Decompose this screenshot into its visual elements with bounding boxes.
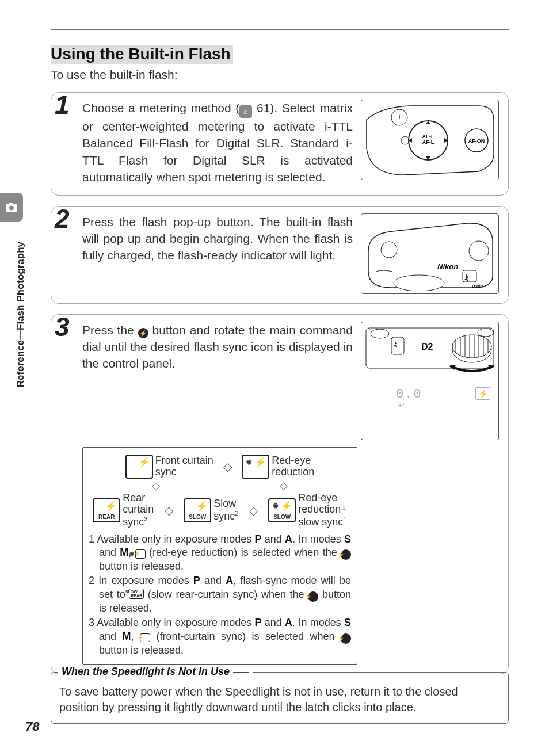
- camera-icon: [5, 202, 18, 212]
- top-rule: [51, 29, 509, 30]
- svg-point-9: [394, 275, 444, 291]
- svg-point-17: [452, 335, 491, 358]
- step-2: 2 Press the flash pop-up button. The bui…: [51, 206, 509, 304]
- camera-top-illustration: AE-L AF-L AF-ON +: [361, 100, 499, 180]
- page-number: 78: [25, 719, 39, 734]
- step-1-text-a: Choose a metering method (: [82, 101, 239, 114]
- lcd-flash-icon: ⚡: [475, 387, 490, 400]
- mode-red-eye-slow: ◉⚡SLOW Red-eye reduction+ slow sync1: [268, 492, 347, 528]
- step-3-text-a: Press the: [82, 323, 138, 337]
- step-3: 3 Press the ⚡ button and rotate the main…: [51, 314, 509, 674]
- mode-red-eye: ◉⚡ Red-eye reduction: [242, 455, 314, 479]
- section-title: Using the Built-in Flash: [51, 45, 233, 64]
- svg-point-14: [371, 329, 389, 338]
- svg-point-2: [9, 206, 14, 211]
- lcd-panel: 0.0 +/- ⚡: [361, 379, 499, 440]
- arrow-icon: ◇: [223, 460, 232, 474]
- step-1-text: Choose a metering method (⌕ 61). Select …: [82, 100, 353, 186]
- slow-sync-label: Slow sync2: [214, 498, 238, 522]
- arrow-down-icon: ◇: [280, 482, 288, 490]
- sidebar-section-label: Reference—Flash Photography: [15, 242, 26, 387]
- camera-dial-svg: D2: [364, 323, 496, 377]
- lcd-sub: +/-: [398, 402, 422, 408]
- step-3-text: Press the ⚡ button and rotate the main c…: [82, 322, 353, 372]
- step-1: 1 Choose a metering method (⌕ 61). Selec…: [51, 92, 509, 196]
- brand-label: Nikon: [437, 262, 458, 271]
- footnote-3: 3 Available only in exposure modes P and…: [89, 616, 351, 657]
- main-content: Using the Built-in Flash To use the buil…: [51, 45, 509, 674]
- af-on-label: AF-ON: [468, 138, 485, 144]
- svg-rect-1: [9, 203, 13, 205]
- front-curtain-small-icon: ⚡: [140, 633, 150, 643]
- camera-dial-illustration: D2: [361, 322, 499, 379]
- flash-button-icon: ⚡: [341, 633, 351, 644]
- step-2-text: Press the flash pop-up button. The built…: [82, 213, 353, 264]
- icon-badge: REAR: [98, 514, 115, 520]
- slow-sync-icon: ⚡SLOW: [184, 498, 211, 522]
- note-text: To save battery power when the Speedligh…: [59, 684, 500, 715]
- flash-button-icon: ⚡: [138, 328, 148, 338]
- red-eye-slow-label: Red-eye reduction+ slow sync1: [298, 492, 347, 528]
- side-tab-camera-icon: [0, 193, 23, 222]
- svg-point-26: [478, 329, 494, 337]
- mode-rear-curtain: ⚡REAR Rear curtain sync3: [93, 492, 154, 528]
- dial-model-label: D2: [421, 342, 433, 352]
- red-eye-label: Red-eye reduction: [272, 455, 314, 478]
- connector-line: [325, 430, 371, 430]
- rear-curtain-icon: ⚡REAR: [93, 498, 120, 522]
- red-eye-small-icon: ◉⚡: [135, 549, 146, 559]
- arrow-down-icon: ◇: [152, 482, 160, 490]
- icon-badge: SLOW: [273, 514, 291, 520]
- red-eye-slow-icon: ◉⚡SLOW: [268, 498, 296, 522]
- lcd-digits: 0.0: [396, 387, 422, 402]
- note-speedlight-not-in-use: When the Speedlight Is Not in Use To sav…: [51, 672, 509, 724]
- flash-button-icon: ⚡: [341, 549, 351, 560]
- section-intro: To use the built-in flash:: [51, 68, 509, 82]
- page-ref: 61: [257, 101, 270, 114]
- slow-rear-small-icon: SLOW REAR: [129, 589, 144, 599]
- step-number: 2: [55, 205, 70, 232]
- flash-button-icon: ⚡: [308, 591, 318, 602]
- front-curtain-icon: ⚡: [125, 455, 153, 479]
- mode-slow-sync: ⚡SLOW Slow sync2: [184, 498, 238, 522]
- front-curtain-label: Front curtain sync: [155, 455, 214, 478]
- footnotes: 1 Available only in exposure modes P and…: [89, 533, 351, 657]
- svg-text:AF-L: AF-L: [422, 139, 434, 145]
- rear-curtain-label: Rear curtain sync3: [123, 492, 154, 528]
- red-eye-icon: ◉⚡: [242, 455, 269, 479]
- icon-badge: SLOW: [189, 514, 206, 520]
- footnote-1: 1 Available only in exposure modes P and…: [89, 533, 351, 574]
- note-title: When the Speedlight Is Not in Use: [58, 666, 253, 678]
- flash-mode-diagram: ⚡ Front curtain sync ◇ ◉⚡ Red-eye reduct…: [82, 447, 357, 665]
- ae-l-label: AE-L: [422, 133, 434, 139]
- step-number: 1: [55, 91, 70, 118]
- page-ref-icon: ⌕: [239, 105, 252, 118]
- camera-perspective-illustration: Nikon D200: [361, 213, 499, 294]
- camera-top-svg: AE-L AF-L AF-ON +: [364, 102, 496, 177]
- camera-persp-svg: Nikon D200: [364, 216, 496, 291]
- svg-text:+: +: [397, 112, 402, 121]
- step-number: 3: [55, 314, 70, 340]
- mode-front-curtain: ⚡ Front curtain sync: [125, 455, 214, 479]
- arrow-icon: ◇: [165, 503, 173, 517]
- arrow-icon: ◇: [249, 503, 258, 517]
- model-label: D200: [472, 284, 483, 289]
- footnote-2: 2 In exposure modes P and A, flash-sync …: [89, 574, 351, 615]
